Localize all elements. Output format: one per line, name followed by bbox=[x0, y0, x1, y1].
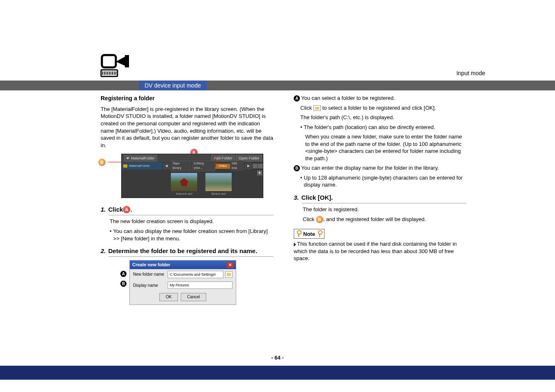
new-folder-name-input[interactable]: C:\Documents and Settings\ bbox=[168, 271, 223, 278]
intro-paragraph: The [MaterialFolder] is pre-registered i… bbox=[101, 106, 273, 149]
item-a-text: You can select a folder to be registered… bbox=[301, 95, 466, 102]
browse-folder-button[interactable] bbox=[225, 271, 233, 278]
footer-bar bbox=[0, 366, 555, 380]
step-1-desc: The new folder creation screen is displa… bbox=[110, 218, 273, 225]
a-badge-icon: A bbox=[294, 95, 300, 101]
dv-camera-icon bbox=[100, 53, 135, 78]
svg-rect-0 bbox=[102, 55, 116, 67]
folder-icon bbox=[227, 273, 231, 276]
new-folder-name-label: New folder name bbox=[133, 272, 168, 277]
view-icon-2[interactable] bbox=[258, 164, 263, 168]
tab-editing-info[interactable]: Editing infor... bbox=[192, 161, 215, 171]
tab-tape-library[interactable]: Tape library bbox=[170, 161, 191, 171]
step-3: 3. Click [OK]. bbox=[294, 194, 466, 203]
thumbnail-caption: Beach.avi bbox=[205, 192, 232, 196]
b-badge-icon: B bbox=[316, 216, 323, 223]
arrow-left-button[interactable]: ◀ bbox=[163, 163, 170, 169]
step-1-bullet: •You can also display the new folder cre… bbox=[110, 228, 273, 242]
library-screenshot: A B MaterialFolder Add Folder Open Folde… bbox=[101, 154, 273, 198]
step-3-click: Click B, and the registered folder will … bbox=[303, 216, 466, 224]
step-3-desc: The folder is registered. bbox=[303, 206, 466, 213]
header-mode-label: Input mode bbox=[456, 70, 485, 76]
thumbnail-item[interactable]: Autumn.avi bbox=[171, 173, 197, 196]
section-title: DV device input mode bbox=[139, 81, 207, 90]
folder-icon bbox=[313, 105, 321, 111]
item-a: A You can select a folder to be register… bbox=[294, 95, 466, 102]
item-b-text: You can enter the display name for the f… bbox=[301, 164, 466, 172]
a-badge-icon: A bbox=[123, 206, 130, 213]
pin-icon bbox=[296, 230, 302, 238]
item-a-click: Click to select a folder to be registere… bbox=[300, 104, 466, 112]
step-number: 3. bbox=[294, 194, 299, 202]
item-a-bullet-cont: When you create a new folder, make sure … bbox=[305, 133, 466, 162]
library-folder-dropdown[interactable]: MaterialFolder bbox=[124, 155, 157, 161]
side-folder-label: MaterialFolder bbox=[129, 164, 150, 168]
step-1-label: Click bbox=[108, 205, 123, 214]
item-b: B You can enter the display name for the… bbox=[294, 164, 466, 172]
ok-button[interactable]: OK bbox=[159, 293, 177, 301]
pin-icon bbox=[317, 230, 322, 238]
right-column: A You can select a folder to be register… bbox=[294, 95, 466, 305]
library-side-folder[interactable]: MaterialFolder bbox=[122, 162, 162, 170]
b-badge-icon: B bbox=[294, 165, 300, 171]
dialog-marker-b-icon: B bbox=[120, 281, 127, 287]
note-box: Note bbox=[294, 229, 325, 239]
step-3-label: Click [OK]. bbox=[302, 194, 466, 203]
cancel-button[interactable]: Cancel bbox=[181, 293, 206, 301]
display-name-label: Display name bbox=[133, 283, 168, 288]
registering-heading: Registering a folder bbox=[101, 95, 273, 102]
step-1-suffix: . bbox=[130, 205, 132, 214]
dialog-title-text: Create new folder bbox=[132, 262, 170, 268]
step-2-label: Determine the folder to be registered an… bbox=[108, 247, 273, 257]
dialog-title-bar: Create new folder✕ bbox=[130, 261, 236, 269]
thumbnail-item[interactable]: Beach.avi bbox=[205, 173, 232, 196]
step-number: 2. bbox=[101, 247, 106, 255]
page: Input mode DV device input mode Register… bbox=[0, 0, 555, 392]
scroll-up-button[interactable]: ▲ bbox=[257, 171, 262, 175]
tab-still-image[interactable]: Still ima bbox=[230, 161, 244, 171]
note-text: This function cannot be used if the hard… bbox=[294, 240, 466, 262]
dialog-marker-a-icon: A bbox=[120, 271, 127, 277]
item-a-path: The folder's path (C:\, etc.) is display… bbox=[300, 114, 466, 121]
item-b-bullet: •Up to 128 alphanumeric (single-byte) ch… bbox=[300, 174, 466, 189]
dialog-screenshot: A B Create new folder✕ New folder name C… bbox=[129, 260, 273, 305]
thumbnail-image bbox=[171, 173, 197, 191]
triangle-right-icon bbox=[294, 242, 296, 247]
open-folder-button[interactable]: Open Folder bbox=[236, 155, 262, 161]
step-2: 2. Determine the folder to be registered… bbox=[101, 247, 273, 257]
marker-b-icon: B bbox=[98, 159, 106, 166]
thumbnail-caption: Autumn.avi bbox=[171, 192, 197, 196]
thumbnail-image bbox=[205, 173, 232, 191]
tab-video[interactable]: Video bbox=[215, 164, 230, 169]
item-a-bullet: •The folder's path (location) can also b… bbox=[300, 124, 466, 131]
section-bar: DV device input mode bbox=[0, 81, 555, 90]
step-number: 1. bbox=[101, 205, 106, 214]
page-number: - 64 - bbox=[271, 355, 283, 361]
display-name-input[interactable]: My Pictures bbox=[168, 281, 233, 289]
arrow-right-button[interactable]: ▶ bbox=[245, 163, 252, 169]
step-1: 1. Click A. bbox=[101, 205, 273, 215]
note-label: Note bbox=[303, 231, 315, 238]
dropdown-value: MaterialFolder bbox=[131, 156, 155, 161]
folder-icon bbox=[123, 164, 127, 168]
close-icon[interactable]: ✕ bbox=[227, 262, 233, 268]
view-icon-1[interactable] bbox=[253, 164, 258, 168]
left-column: Registering a folder The [MaterialFolder… bbox=[101, 95, 273, 305]
